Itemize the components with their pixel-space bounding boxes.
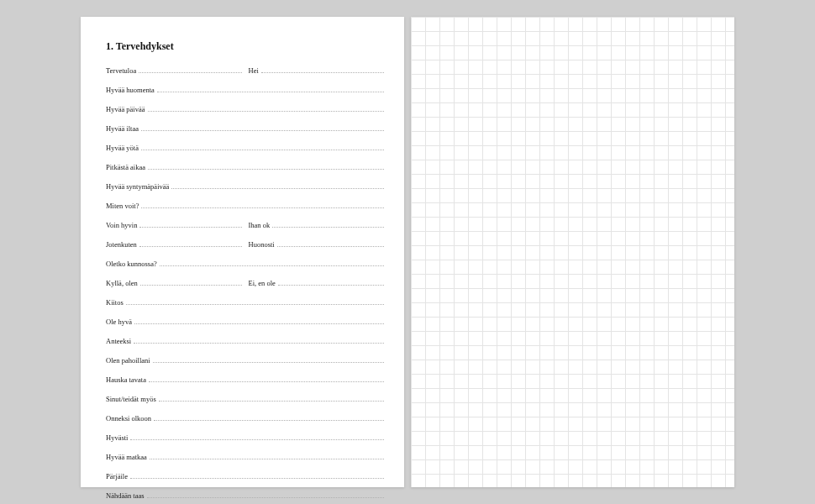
vocabulary-row: Onneksi olkoon [106, 414, 384, 430]
vocabulary-label: Kiitos [106, 298, 126, 307]
vocabulary-row: Kiitos [106, 298, 384, 314]
vocabulary-entry: Miten voit? [106, 202, 384, 210]
vocabulary-label: Oletko kunnossa? [106, 260, 160, 268]
fill-line [139, 72, 241, 73]
vocabulary-label: Nähdään taas [106, 491, 147, 500]
vocabulary-label: Jotenkuten [106, 240, 139, 249]
fill-line [134, 323, 384, 324]
vocabulary-label: Hyvää yötä [106, 144, 141, 152]
vocabulary-row: Pitkästä aikaa [106, 163, 384, 179]
vocabulary-entry: Kiitos [106, 298, 384, 307]
vocabulary-entry: Jotenkuten [106, 240, 242, 249]
vocabulary-row: Hyvää huomenta [106, 86, 384, 102]
vocabulary-entry: Onneksi olkoon [106, 414, 384, 423]
fill-line [141, 207, 384, 208]
vocabulary-label: Onneksi olkoon [106, 414, 154, 423]
vocabulary-row: JotenkutenHuonosti [106, 240, 384, 256]
vocabulary-row: Hyvästi [106, 433, 384, 449]
fill-line [148, 111, 385, 112]
vocabulary-row: Pärjäile [106, 472, 384, 488]
page-heading: 1. Tervehdykset [106, 40, 384, 53]
vocabulary-entry: Hyvää päivää [106, 105, 384, 113]
vocabulary-list: TervetuloaHeiHyvää huomentaHyvää päivääH… [106, 66, 384, 504]
vocabulary-entry: Hyvää huomenta [106, 86, 384, 94]
vocabulary-label: Miten voit? [106, 202, 141, 210]
vocabulary-entry: Hyvää yötä [106, 144, 384, 152]
vocabulary-row: Hyvää päivää [106, 105, 384, 121]
vocabulary-label: Ei, en ole [249, 279, 278, 287]
fill-line [140, 285, 242, 286]
vocabulary-label: Pitkästä aikaa [106, 163, 148, 171]
page-left: 1. Tervehdykset TervetuloaHeiHyvää huome… [81, 17, 404, 487]
vocabulary-entry: Ihan ok [249, 221, 385, 229]
vocabulary-row: Nähdään taas [106, 491, 384, 504]
fill-line [126, 304, 384, 305]
vocabulary-label: Hauska tavata [106, 375, 149, 384]
fill-line [130, 439, 384, 440]
vocabulary-entry: Tervetuloa [106, 66, 242, 75]
vocabulary-label: Sinut/teidät myös [106, 395, 159, 403]
vocabulary-entry: Sinut/teidät myös [106, 395, 384, 403]
vocabulary-row: Oletko kunnossa? [106, 260, 384, 276]
page-right-grid [411, 17, 734, 487]
vocabulary-row: Hauska tavata [106, 375, 384, 391]
vocabulary-entry: Pärjäile [106, 472, 384, 480]
vocabulary-row: Hyvää matkaa [106, 453, 384, 469]
vocabulary-row: TervetuloaHei [106, 66, 384, 82]
vocabulary-entry: Olen pahoillani [106, 356, 384, 365]
vocabulary-entry: Hei [249, 66, 385, 75]
vocabulary-label: Hyvää päivää [106, 105, 148, 113]
fill-line [157, 92, 384, 92]
vocabulary-entry: Hyvää iltaa [106, 124, 384, 133]
vocabulary-label: Hyvää syntymäpäivää [106, 182, 171, 191]
vocabulary-label: Hyvää iltaa [106, 124, 141, 133]
fill-line [261, 72, 384, 73]
vocabulary-entry: Kyllä, olen [106, 279, 242, 287]
fill-line [154, 420, 384, 421]
fill-line [147, 497, 384, 498]
vocabulary-label: Huonosti [249, 240, 277, 249]
fill-line [139, 227, 241, 228]
vocabulary-row: Voin hyvinIhan ok [106, 221, 384, 237]
fill-line [141, 150, 384, 150]
fill-line [130, 478, 384, 479]
vocabulary-label: Hyvää matkaa [106, 453, 150, 461]
vocabulary-entry: Hauska tavata [106, 375, 384, 384]
fill-line [278, 285, 384, 286]
page-spread: 1. Tervehdykset TervetuloaHeiHyvää huome… [81, 17, 734, 487]
vocabulary-label: Tervetuloa [106, 66, 139, 75]
fill-line [153, 362, 384, 363]
vocabulary-row: Olen pahoillani [106, 356, 384, 372]
fill-line [171, 188, 384, 189]
vocabulary-entry: Voin hyvin [106, 221, 242, 229]
vocabulary-label: Hyvästi [106, 433, 130, 442]
fill-line [134, 343, 384, 344]
vocabulary-label: Anteeksi [106, 337, 134, 345]
fill-line [148, 169, 384, 170]
vocabulary-label: Ihan ok [249, 221, 273, 229]
vocabulary-entry: Ole hyvä [106, 318, 384, 326]
vocabulary-row: Miten voit? [106, 202, 384, 218]
fill-line [150, 459, 384, 459]
vocabulary-entry: Anteeksi [106, 337, 384, 345]
vocabulary-label: Voin hyvin [106, 221, 139, 229]
vocabulary-row: Anteeksi [106, 337, 384, 353]
vocabulary-entry: Ei, en ole [249, 279, 385, 287]
fill-line [277, 246, 384, 247]
vocabulary-label: Hyvää huomenta [106, 86, 157, 94]
vocabulary-entry: Hyvää syntymäpäivää [106, 182, 384, 191]
vocabulary-row: Kyllä, olenEi, en ole [106, 279, 384, 295]
vocabulary-entry: Hyvää matkaa [106, 453, 384, 461]
vocabulary-entry: Nähdään taas [106, 491, 384, 500]
vocabulary-row: Ole hyvä [106, 318, 384, 333]
vocabulary-entry: Pitkästä aikaa [106, 163, 384, 171]
fill-line [159, 401, 384, 402]
fill-line [160, 265, 384, 266]
vocabulary-row: Hyvää yötä [106, 144, 384, 160]
vocabulary-label: Kyllä, olen [106, 279, 140, 287]
vocabulary-row: Sinut/teidät myös [106, 395, 384, 411]
fill-line [149, 381, 384, 382]
fill-line [139, 246, 242, 247]
vocabulary-row: Hyvää syntymäpäivää [106, 182, 384, 198]
vocabulary-row: Hyvää iltaa [106, 124, 384, 140]
